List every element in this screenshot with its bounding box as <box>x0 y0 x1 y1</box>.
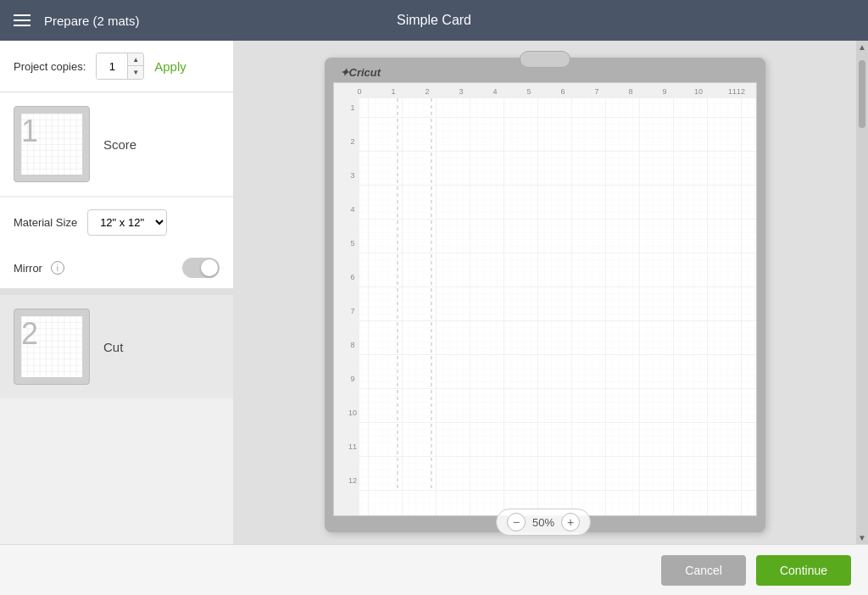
svg-text:6: 6 <box>350 273 354 281</box>
svg-text:6: 6 <box>560 87 565 96</box>
mat-separator <box>0 288 233 295</box>
canvas-area: ✦Cricut <box>233 41 856 544</box>
continue-button[interactable]: Continue <box>756 555 851 586</box>
footer: Cancel Continue <box>0 544 868 595</box>
project-copies-label: Project copies: <box>14 60 86 73</box>
svg-text:4: 4 <box>350 205 354 214</box>
mat1-label: Score <box>103 137 136 152</box>
header-center-title: Simple Card <box>397 13 471 28</box>
svg-text:11: 11 <box>727 87 736 96</box>
apply-button[interactable]: Apply <box>154 56 186 77</box>
mirror-toggle[interactable] <box>182 258 220 278</box>
mat2-label: Cut <box>103 340 123 354</box>
svg-text:3: 3 <box>350 171 354 180</box>
svg-text:11: 11 <box>348 442 356 451</box>
mat1-grid: 1 <box>21 114 82 175</box>
svg-text:10: 10 <box>348 409 356 417</box>
toggle-knob <box>201 259 218 276</box>
scroll-thumb[interactable] <box>859 60 865 128</box>
svg-text:7: 7 <box>594 87 598 96</box>
sidebar: Project copies: ▲ ▼ Apply <box>0 41 233 544</box>
mat2-thumbnail: 2 <box>14 309 90 385</box>
mat-inner: 0 1 2 3 4 5 6 7 8 9 10 11 12 1 <box>333 82 757 516</box>
zoom-value: 50% <box>532 516 554 529</box>
svg-text:8: 8 <box>628 87 632 96</box>
main-container: Project copies: ▲ ▼ Apply <box>0 41 868 544</box>
svg-text:1: 1 <box>391 87 395 96</box>
svg-text:10: 10 <box>693 87 702 96</box>
scrollbar: ▲ ▼ <box>856 41 868 544</box>
spinner-down[interactable]: ▼ <box>128 66 143 79</box>
copies-input[interactable] <box>97 53 127 79</box>
svg-text:0: 0 <box>357 87 361 96</box>
zoom-out-button[interactable]: − <box>507 513 526 531</box>
content-area: ✦Cricut <box>233 41 856 544</box>
svg-text:4: 4 <box>492 87 497 96</box>
svg-text:5: 5 <box>350 239 354 247</box>
svg-text:9: 9 <box>350 375 354 383</box>
zoom-in-button[interactable]: + <box>561 513 580 531</box>
svg-text:3: 3 <box>459 87 463 96</box>
scroll-up-arrow[interactable]: ▲ <box>858 42 866 52</box>
svg-text:1: 1 <box>350 103 354 112</box>
mat1-item[interactable]: 1 Score <box>0 92 233 196</box>
mat1-number: 1 <box>21 114 38 149</box>
svg-text:9: 9 <box>662 87 666 96</box>
cancel-button[interactable]: Cancel <box>661 555 746 586</box>
svg-text:8: 8 <box>350 341 354 349</box>
svg-text:12: 12 <box>348 476 356 485</box>
top-controls: Project copies: ▲ ▼ Apply <box>0 41 233 92</box>
material-size-row: Material Size 12" x 12" 12" x 24" <box>0 197 233 247</box>
svg-rect-5 <box>359 98 756 515</box>
svg-text:2: 2 <box>350 137 354 146</box>
svg-rect-3 <box>334 83 756 98</box>
mat1-thumbnail: 1 <box>14 106 90 182</box>
cricut-logo: ✦Cricut <box>340 66 381 79</box>
mirror-info-icon[interactable]: i <box>51 261 64 275</box>
svg-text:5: 5 <box>526 87 531 96</box>
mirror-row: Mirror i <box>0 247 233 288</box>
mat-grid-svg: 0 1 2 3 4 5 6 7 8 9 10 11 12 1 <box>334 83 756 515</box>
menu-icon[interactable] <box>14 14 31 26</box>
svg-text:12: 12 <box>736 87 744 96</box>
cricut-mat: ✦Cricut <box>325 58 765 532</box>
spinner-up[interactable]: ▲ <box>128 53 143 66</box>
header-title: Prepare (2 mats) <box>44 14 140 28</box>
mat-clip <box>520 51 570 68</box>
header: Prepare (2 mats) Simple Card <box>0 0 868 41</box>
mat2-grid: 2 <box>21 316 82 377</box>
scroll-down-arrow[interactable]: ▼ <box>858 533 866 542</box>
mat-top-bar: ✦Cricut <box>333 66 757 79</box>
spinner-buttons: ▲ ▼ <box>127 53 143 79</box>
svg-text:7: 7 <box>350 307 354 315</box>
zoom-controls: − 50% + <box>496 509 591 536</box>
spinner-container: ▲ ▼ <box>96 53 144 80</box>
mat2-item[interactable]: 2 Cut <box>0 295 233 398</box>
mirror-label: Mirror <box>14 262 42 275</box>
mat2-number: 2 <box>21 316 38 352</box>
material-size-select[interactable]: 12" x 12" 12" x 24" <box>87 209 167 236</box>
svg-text:2: 2 <box>425 87 429 96</box>
material-size-label: Material Size <box>14 216 77 229</box>
